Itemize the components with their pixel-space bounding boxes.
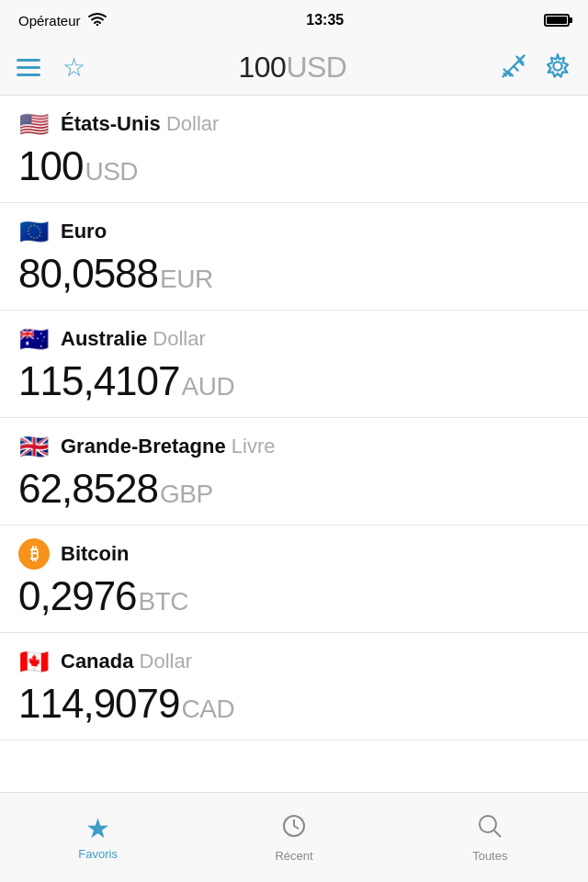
toolbar-currency-code: USD: [286, 51, 346, 84]
currency-type: Dollar: [133, 650, 192, 673]
amount-value: 80,0588: [18, 251, 158, 297]
currency-flag: 🇺🇸: [18, 108, 50, 140]
currency-header: 🇺🇸États-Unis Dollar: [18, 108, 570, 140]
currency-name: Bitcoin: [61, 542, 130, 565]
btc-icon: ₿: [18, 538, 50, 570]
currency-name: Canada: [61, 650, 133, 673]
currency-name: Euro: [61, 220, 107, 243]
amount-code: CAD: [182, 695, 235, 724]
currency-name: Australie: [61, 327, 147, 350]
amount-value: 115,4107: [18, 358, 180, 404]
currency-item[interactable]: 🇦🇺Australie Dollar115,4107AUD: [0, 311, 588, 418]
currency-name: États-Unis: [61, 112, 161, 135]
currency-flag: 🇪🇺: [18, 216, 50, 247]
tab-recent[interactable]: Récent: [196, 793, 391, 882]
toolbar: ☆ 100USD: [0, 40, 588, 96]
status-bar-right: [544, 14, 570, 27]
currency-flag: 🇬🇧: [18, 431, 50, 462]
currency-header: ₿Bitcoin: [18, 538, 570, 570]
toolbar-left: ☆: [17, 55, 85, 81]
amount-value: 114,9079: [18, 681, 180, 727]
currency-amount: 62,8528GBP: [18, 466, 570, 512]
currency-list: 🇺🇸États-Unis Dollar100USD🇪🇺Euro80,0588EU…: [0, 96, 588, 792]
currency-amount: 0,2976BTC: [18, 573, 570, 619]
svg-line-14: [494, 831, 501, 837]
currency-header: 🇬🇧Grande-Bretagne Livre: [18, 431, 570, 462]
currency-amount: 115,4107AUD: [18, 358, 570, 404]
star-filled-icon: ★: [85, 815, 110, 842]
currency-item[interactable]: 🇪🇺Euro80,0588EUR: [0, 203, 588, 311]
tab-favorites[interactable]: ★ Favoris: [0, 793, 196, 882]
currency-type: Dollar: [147, 327, 206, 350]
svg-point-13: [480, 816, 496, 832]
amount-code: AUD: [182, 372, 235, 401]
status-bar-time: 13:35: [306, 12, 344, 28]
currency-type: Livre: [226, 435, 276, 458]
tab-bar: ★ Favoris Récent Toutes: [0, 792, 588, 882]
currency-flag: 🇦🇺: [18, 323, 50, 355]
toolbar-right: [500, 52, 571, 84]
battery-icon: [544, 14, 570, 27]
status-bar-left: Opérateur: [18, 12, 107, 28]
ruler-button[interactable]: [500, 52, 527, 84]
currency-flag: 🇨🇦: [18, 646, 50, 677]
clock-icon: [280, 812, 308, 844]
svg-point-0: [96, 24, 97, 26]
currency-type: Dollar: [161, 112, 220, 135]
currency-item[interactable]: ₿Bitcoin0,2976BTC: [0, 526, 588, 633]
currency-amount: 114,9079CAD: [18, 681, 570, 727]
svg-line-12: [294, 826, 299, 829]
amount-value: 0,2976: [18, 573, 137, 619]
currency-header: 🇦🇺Australie Dollar: [18, 323, 570, 355]
amount-code: USD: [85, 157, 138, 187]
tab-favorites-label: Favoris: [78, 847, 118, 861]
currency-name: Grande-Bretagne: [61, 435, 226, 458]
svg-line-5: [504, 74, 506, 75]
amount-code: EUR: [160, 265, 213, 294]
toolbar-amount-value: 100: [239, 51, 287, 84]
operator-label: Opérateur: [18, 13, 81, 28]
amount-value: 100: [18, 143, 83, 189]
currency-header: 🇪🇺Euro: [18, 216, 570, 247]
currency-item[interactable]: 🇬🇧Grande-Bretagne Livre62,8528GBP: [0, 418, 588, 526]
settings-button[interactable]: [544, 52, 571, 84]
tab-recent-label: Récent: [275, 849, 312, 863]
tab-all-label: Toutes: [472, 849, 507, 863]
currency-amount: 100USD: [18, 143, 570, 189]
tab-all[interactable]: Toutes: [392, 793, 588, 882]
favorites-button[interactable]: ☆: [62, 55, 85, 81]
svg-point-9: [553, 62, 561, 70]
currency-item[interactable]: 🇨🇦Canada Dollar114,9079CAD: [0, 633, 588, 741]
currency-amount: 80,0588EUR: [18, 251, 570, 297]
currency-item[interactable]: 🇺🇸États-Unis Dollar100USD: [0, 96, 588, 203]
toolbar-amount-display[interactable]: 100USD: [239, 51, 347, 85]
menu-button[interactable]: [17, 59, 40, 76]
amount-code: BTC: [139, 587, 189, 616]
svg-line-3: [514, 66, 518, 71]
wifi-icon: [88, 12, 107, 28]
currency-header: 🇨🇦Canada Dollar: [18, 646, 570, 677]
status-bar: Opérateur 13:35: [0, 0, 588, 40]
amount-code: GBP: [160, 480, 213, 509]
amount-value: 62,8528: [18, 466, 158, 512]
search-icon: [476, 812, 503, 844]
